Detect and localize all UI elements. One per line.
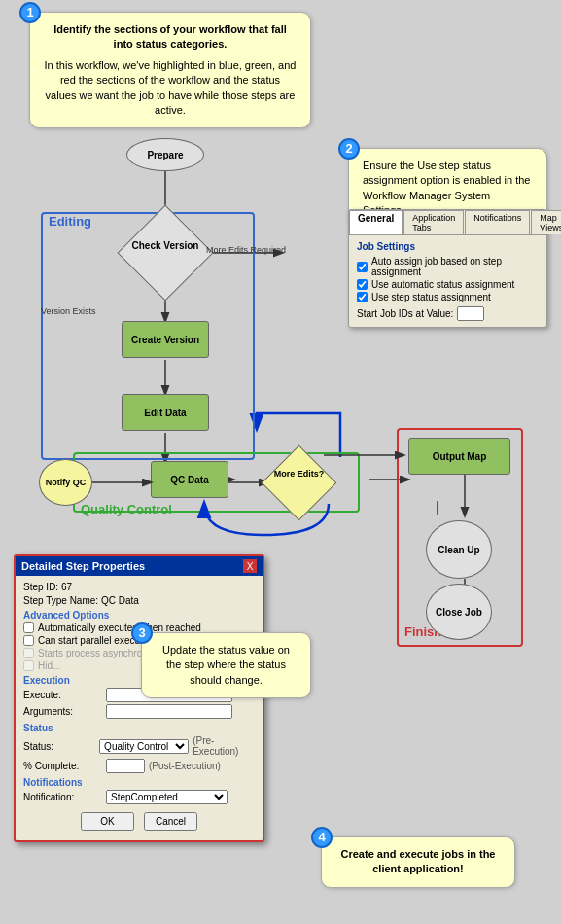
- start-job-row: Start Job IDs at Value: 1: [357, 306, 539, 321]
- dialog-checkbox-1[interactable]: [23, 622, 34, 633]
- tab-application-tabs[interactable]: Application Tabs: [403, 210, 464, 234]
- close-job-node: Close Job: [426, 584, 492, 640]
- checkbox-row-2: Use automatic status assignment: [357, 279, 539, 290]
- prepare-oval: Prepare: [126, 138, 204, 171]
- dialog-close-button[interactable]: X: [243, 559, 257, 573]
- checkbox-row-3: Use step status assignment: [357, 292, 539, 302]
- start-job-input[interactable]: 1: [457, 306, 484, 321]
- editing-label: Editing: [49, 214, 91, 229]
- settings-tabs: General Application Tabs Notifications M…: [349, 210, 546, 235]
- arguments-label: Arguments:: [23, 706, 106, 717]
- edit-data-rect: Edit Data: [122, 394, 209, 431]
- check-version-text: Check Version: [131, 240, 199, 251]
- callout-1: 1 Identify the sections of your workflow…: [29, 12, 311, 128]
- settings-panel: General Application Tabs Notifications M…: [348, 209, 547, 328]
- start-job-label: Start Job IDs at Value:: [357, 308, 453, 319]
- callout1-text2: In this workflow, we've highlighted in b…: [44, 58, 297, 119]
- clean-up-oval: Clean Up: [426, 520, 492, 579]
- tab-map-views[interactable]: Map Views: [531, 210, 561, 234]
- status-title: Status: [23, 723, 255, 733]
- step-id-value: 67: [61, 582, 72, 592]
- tab-notifications[interactable]: Notifications: [465, 210, 530, 234]
- more-edits-text: More Edits?: [267, 469, 331, 479]
- finishing-area: Finishing Output Map Clean Up: [397, 428, 528, 652]
- arguments-input[interactable]: [106, 704, 232, 719]
- step-type-label: Step Type Name:: [23, 595, 98, 606]
- output-map-rect: Output Map: [408, 438, 510, 475]
- create-version-node: Create Version: [122, 321, 209, 358]
- status-select[interactable]: Quality Control: [99, 739, 189, 754]
- edit-data-node: Edit Data: [122, 394, 209, 431]
- dialog-checkbox-4: [23, 660, 34, 671]
- notification-field: Notification: StepCompleted: [23, 790, 255, 804]
- edit-data-label: Edit Data: [144, 408, 186, 418]
- output-map-label: Output Map: [433, 451, 487, 462]
- callout-number-3: 3: [131, 622, 153, 644]
- callout-number-1: 1: [19, 2, 41, 23]
- close-job-oval: Close Job: [426, 584, 492, 640]
- dialog-checkbox-3: [23, 648, 34, 658]
- dialog-title-bar: Detailed Step Properties X: [16, 556, 263, 576]
- pre-execution-label: (Pre-Execution): [193, 735, 255, 757]
- check-version-wrap: Check Version: [126, 219, 204, 287]
- step-id-row: Step ID: 67: [23, 582, 255, 592]
- complete-label: % Complete:: [23, 761, 106, 771]
- callout1-text1: Identify the sections of your workflow t…: [44, 22, 297, 53]
- checkbox-label-3: Use step status assignment: [371, 292, 491, 302]
- dialog-buttons: OK Cancel: [23, 812, 255, 835]
- notifications-title: Notifications: [23, 777, 255, 788]
- complete-input[interactable]: 80: [106, 759, 145, 773]
- settings-content: Job Settings Auto assign job based on st…: [349, 235, 546, 327]
- notification-select[interactable]: StepCompleted: [106, 790, 228, 804]
- clean-up-node: Clean Up: [426, 520, 492, 579]
- callout4-text: Create and execute jobs in the client ap…: [333, 847, 503, 877]
- status-label: Status:: [23, 741, 99, 752]
- dialog-title: Detailed Step Properties: [21, 560, 145, 572]
- dialog-checkbox-label-4: Hid...: [38, 660, 60, 671]
- notification-label: Notification:: [23, 792, 106, 802]
- status-field: Status: Quality Control (Pre-Execution): [23, 735, 255, 757]
- output-to-cleanup-arrow: [455, 475, 474, 523]
- arguments-field: Arguments:: [23, 704, 255, 719]
- dialog-body: Step ID: 67 Step Type Name: QC Data Adva…: [16, 576, 263, 840]
- callout-4: 4 Create and execute jobs in the client …: [321, 836, 515, 888]
- execute-label: Execute:: [23, 690, 106, 700]
- prepare-node: Prepare: [126, 138, 204, 171]
- more-edits-required-label: More Edits Required: [206, 245, 286, 255]
- close-job-label: Close Job: [436, 607, 482, 618]
- checkbox-row-1: Auto assign job based on step assignment: [357, 256, 539, 277]
- complete-field: % Complete: 80 (Post-Execution): [23, 759, 255, 773]
- checkbox-label-1: Auto assign job based on step assignment: [371, 256, 539, 277]
- callout-number-4: 4: [311, 827, 333, 848]
- post-execution-label: (Post-Execution): [149, 761, 221, 771]
- workflow-area: Editing Prepare Check Version Version Ex…: [19, 126, 365, 496]
- checkbox-label-2: Use automatic status assignment: [371, 279, 514, 290]
- settings-section-title: Job Settings: [357, 241, 539, 252]
- create-version-rect: Create Version: [122, 321, 209, 358]
- cancel-button[interactable]: Cancel: [144, 812, 197, 831]
- finishing-arrows: [324, 428, 411, 477]
- prepare-label: Prepare: [147, 150, 183, 160]
- callout-3: 3 Update the status value on the step wh…: [141, 632, 311, 698]
- step-type-row: Step Type Name: QC Data: [23, 595, 255, 606]
- back-arrow-svg: [185, 467, 331, 545]
- output-map-node: Output Map: [408, 438, 510, 475]
- version-exists-label: Version Exists: [41, 306, 96, 316]
- callout3-text: Update the status value on the step wher…: [154, 643, 298, 688]
- check-version-diamond: [118, 205, 214, 302]
- clean-up-label: Clean Up: [438, 545, 479, 555]
- dialog-checkbox-2[interactable]: [23, 635, 34, 646]
- ok-button[interactable]: OK: [81, 812, 134, 831]
- advanced-options-title: Advanced Options: [23, 610, 255, 621]
- check-version-node: Check Version: [126, 219, 204, 287]
- step-id-label: Step ID:: [23, 582, 58, 592]
- step-type-value: QC Data: [101, 595, 139, 606]
- create-version-label: Create Version: [131, 335, 199, 345]
